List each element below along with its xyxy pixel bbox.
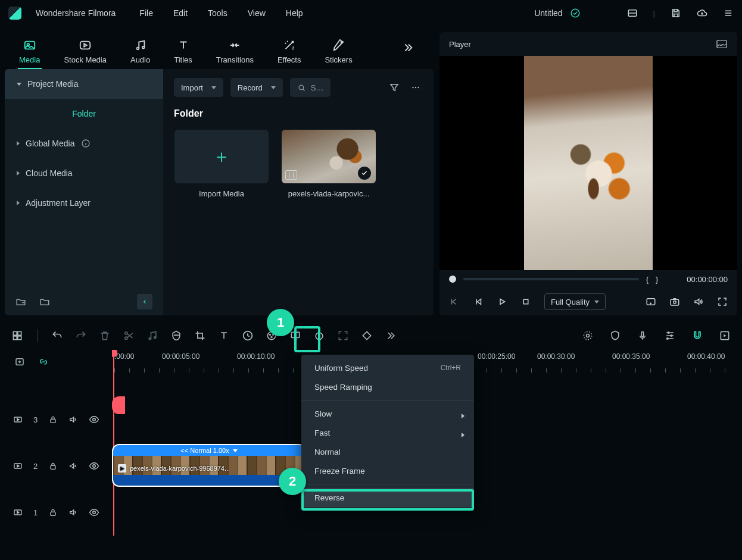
delete-icon[interactable] bbox=[98, 329, 111, 342]
step-back-icon[interactable] bbox=[473, 296, 484, 307]
mark-in-label[interactable]: { bbox=[646, 275, 649, 284]
annotation-badge-1: 1 bbox=[267, 309, 294, 336]
menu-speed-ramping[interactable]: Speed Ramping bbox=[301, 377, 474, 396]
media-clip-tile[interactable]: pexels-vlada-karpovic... bbox=[281, 130, 376, 198]
keyframe-icon[interactable] bbox=[360, 329, 373, 342]
svg-rect-48 bbox=[51, 512, 55, 515]
sidebar-adjustment-layer[interactable]: Adjustment Layer bbox=[5, 188, 163, 218]
menu-file[interactable]: File bbox=[139, 8, 153, 18]
tab-media[interactable]: Media bbox=[19, 39, 40, 69]
menu-normal[interactable]: Normal bbox=[301, 442, 474, 461]
folder-icon[interactable] bbox=[39, 296, 50, 307]
svg-rect-20 bbox=[13, 336, 17, 340]
media-panel: Media Stock Media Audio Titles Transitio… bbox=[5, 26, 434, 315]
library-tabs: Media Stock Media Audio Titles Transitio… bbox=[5, 26, 434, 69]
magnetic-icon[interactable] bbox=[691, 329, 704, 342]
tab-stickers[interactable]: Stickers bbox=[325, 39, 352, 69]
mark-out-label[interactable]: } bbox=[656, 275, 658, 284]
render-icon[interactable] bbox=[581, 329, 594, 342]
menu-view[interactable]: View bbox=[248, 8, 266, 18]
tab-audio[interactable]: Audio bbox=[130, 39, 150, 69]
sidebar-cloud-media[interactable]: Cloud Media bbox=[5, 158, 163, 188]
speed-icon[interactable] bbox=[241, 329, 254, 342]
progress-bar[interactable]: { } 00:00:00:00 bbox=[439, 270, 737, 288]
track-header-2[interactable]: 2 bbox=[5, 443, 112, 489]
svg-point-12 bbox=[417, 87, 419, 88]
menu-uniform-speed[interactable]: Uniform SpeedCtrl+R bbox=[301, 358, 474, 377]
add-track-icon[interactable] bbox=[11, 329, 24, 342]
menu-edit[interactable]: Edit bbox=[173, 8, 188, 18]
eye-icon[interactable] bbox=[89, 507, 99, 518]
clip-label: pexels-vlada-karpovich-9968974... bbox=[130, 465, 230, 472]
record-dropdown[interactable]: Record bbox=[230, 78, 283, 97]
lock-icon[interactable] bbox=[48, 461, 58, 471]
play-badge-icon: ▶ bbox=[118, 464, 126, 473]
quality-select[interactable]: Full Quality bbox=[544, 293, 606, 310]
collapse-sidebar-button[interactable] bbox=[137, 294, 152, 309]
text-icon[interactable] bbox=[217, 329, 230, 342]
menu-help[interactable]: Help bbox=[286, 8, 303, 18]
preview-frame bbox=[524, 56, 653, 270]
mute-icon[interactable] bbox=[68, 461, 78, 471]
snapshot-icon[interactable] bbox=[669, 296, 680, 307]
eye-icon[interactable] bbox=[89, 461, 99, 471]
sidebar-global-media[interactable]: Global Media bbox=[5, 129, 163, 158]
import-dropdown[interactable]: Import bbox=[174, 78, 223, 97]
prev-frame-icon[interactable] bbox=[449, 296, 460, 307]
cloud-upload-icon[interactable] bbox=[697, 8, 707, 18]
mixer-icon[interactable] bbox=[663, 329, 676, 342]
add-marker-icon[interactable] bbox=[718, 329, 731, 342]
tab-stock-media[interactable]: Stock Media bbox=[64, 39, 107, 69]
menu-slow[interactable]: Slow bbox=[301, 404, 474, 423]
timeline-clip[interactable]: << Normal 1.00x ▶pexels-vlada-karpovich-… bbox=[113, 445, 305, 486]
new-folder-icon[interactable] bbox=[15, 296, 26, 307]
sidebar-project-media[interactable]: Project Media bbox=[5, 69, 163, 99]
track-add-icon[interactable] bbox=[13, 355, 26, 368]
tab-effects[interactable]: Effects bbox=[278, 39, 301, 69]
import-media-tile[interactable]: ＋ Import Media bbox=[174, 130, 269, 198]
eye-icon[interactable] bbox=[89, 414, 99, 425]
audio-icon bbox=[133, 39, 148, 52]
link-icon[interactable] bbox=[37, 355, 50, 368]
clip-speed-label: << Normal 1.00x bbox=[180, 447, 229, 454]
track-header-3[interactable]: 3 bbox=[5, 396, 112, 443]
undo-icon[interactable] bbox=[51, 329, 64, 342]
hamburger-icon[interactable] bbox=[723, 8, 734, 18]
expand-icon[interactable] bbox=[336, 329, 350, 342]
tab-titles[interactable]: Titles bbox=[174, 39, 192, 69]
playhead-dot[interactable] bbox=[449, 276, 456, 283]
split-icon[interactable] bbox=[122, 329, 135, 342]
shield-icon[interactable] bbox=[609, 329, 622, 342]
toolbar-overflow-icon[interactable] bbox=[384, 329, 397, 342]
voiceover-icon[interactable] bbox=[636, 329, 649, 342]
layout-icon[interactable] bbox=[627, 8, 638, 18]
chevron-down-icon bbox=[271, 86, 276, 89]
sidebar-active-folder[interactable]: Folder bbox=[5, 99, 163, 129]
track-header-1[interactable]: 1 bbox=[5, 489, 112, 536]
fullscreen-icon[interactable] bbox=[717, 296, 728, 307]
mute-icon[interactable] bbox=[68, 508, 78, 517]
lock-icon[interactable] bbox=[48, 508, 58, 517]
filter-icon[interactable] bbox=[387, 80, 401, 95]
crop-icon[interactable] bbox=[194, 329, 207, 342]
volume-icon[interactable] bbox=[693, 296, 704, 307]
pip-icon[interactable] bbox=[646, 296, 656, 307]
marker-icon[interactable] bbox=[170, 329, 183, 342]
scopes-icon[interactable] bbox=[716, 39, 728, 49]
tabs-overflow-icon[interactable] bbox=[401, 41, 419, 54]
annotation-highlight-reverse bbox=[301, 489, 474, 511]
mute-icon[interactable] bbox=[68, 415, 78, 424]
audio-detach-icon[interactable] bbox=[146, 329, 159, 342]
menu-tools[interactable]: Tools bbox=[208, 8, 227, 18]
menu-fast[interactable]: Fast bbox=[301, 423, 474, 442]
redo-icon[interactable] bbox=[74, 329, 88, 342]
more-icon[interactable] bbox=[409, 80, 423, 95]
tab-transitions[interactable]: Transitions bbox=[216, 39, 254, 69]
stop-icon[interactable] bbox=[520, 296, 531, 307]
preview-viewport[interactable] bbox=[439, 56, 737, 270]
save-icon[interactable] bbox=[671, 8, 681, 18]
search-input[interactable]: S… bbox=[290, 78, 331, 97]
play-icon[interactable] bbox=[497, 296, 507, 307]
menu-freeze-frame[interactable]: Freeze Frame bbox=[301, 461, 474, 480]
lock-icon[interactable] bbox=[48, 415, 58, 424]
